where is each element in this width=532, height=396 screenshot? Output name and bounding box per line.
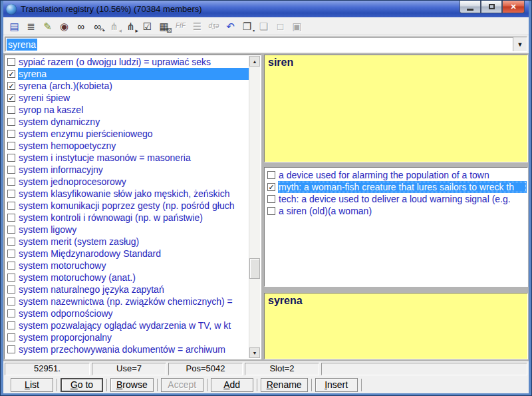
checked-checkbox[interactable]: ✓	[7, 82, 15, 90]
list-item[interactable]: a device used for alarming the populatio…	[265, 169, 527, 181]
unchecked-checkbox[interactable]	[7, 130, 15, 138]
unchecked-checkbox[interactable]	[7, 274, 15, 282]
unchecked-checkbox[interactable]	[7, 345, 15, 353]
list-item[interactable]: system kontroli i równowagi (np. w państ…	[5, 212, 249, 224]
list-item[interactable]: system klasyfikowanie słów jako męskich,…	[5, 188, 249, 200]
undo-icon[interactable]: ↶	[223, 19, 237, 33]
unchecked-checkbox[interactable]	[7, 297, 15, 305]
word-list[interactable]: sypiać razem (o dwojgu ludzi) = uprawiać…	[4, 55, 261, 359]
list-item[interactable]: system komunikacji poprzez gesty (np. po…	[5, 200, 249, 212]
list-item[interactable]: system informacyjny	[5, 164, 249, 176]
search-input[interactable]: syrena	[7, 39, 37, 51]
list-item[interactable]: system naturalnego języka zapytań	[5, 284, 249, 296]
search-combobox[interactable]: syrena ▼	[5, 37, 527, 52]
list-item[interactable]: ✓myth: a woman-fish creature that lures …	[265, 181, 527, 193]
unchecked-checkbox[interactable]	[7, 190, 15, 198]
unchecked-checkbox[interactable]	[7, 238, 15, 246]
unchecked-checkbox[interactable]	[267, 171, 275, 179]
list-item[interactable]: system enzymu pierścieniowego	[5, 128, 249, 140]
unchecked-checkbox[interactable]	[267, 195, 275, 203]
unchecked-checkbox[interactable]	[7, 202, 15, 210]
unchecked-checkbox[interactable]	[7, 262, 15, 270]
list-item-label: system Międzynarodowy Standard	[18, 248, 249, 260]
go-to-button[interactable]: Go to	[61, 378, 103, 392]
list-item[interactable]: system i instytucje masonów = masoneria	[5, 152, 249, 164]
unchecked-checkbox[interactable]	[7, 58, 15, 66]
list-item[interactable]: system jednoprocesorowy	[5, 176, 249, 188]
scroll-down-button[interactable]: ▼	[249, 347, 260, 358]
scroll-track[interactable]	[249, 67, 260, 347]
list-item[interactable]: system ligowy	[5, 224, 249, 236]
list-item[interactable]: ✓syrena	[5, 68, 249, 80]
insert-button[interactable]: Insert	[315, 378, 358, 392]
unchecked-checkbox[interactable]	[7, 214, 15, 222]
unchecked-checkbox[interactable]	[7, 166, 15, 174]
list-item[interactable]: system pozwalający oglądać wydarzenia w …	[5, 319, 249, 331]
button-accesskey: L	[25, 379, 30, 390]
unchecked-checkbox[interactable]	[7, 118, 15, 126]
unchecked-checkbox[interactable]	[7, 286, 15, 294]
cascade-windows-icon-overlay: ▪	[253, 28, 255, 34]
table-random-icon[interactable]: ▦⚄	[157, 19, 171, 33]
word-list-scrollbar[interactable]: ▲ ▼	[249, 56, 260, 358]
unchecked-checkbox[interactable]	[7, 154, 15, 162]
list-item[interactable]: ✓syrena (arch.)(kobieta)	[5, 80, 249, 92]
unchecked-checkbox[interactable]	[7, 226, 15, 234]
list-item[interactable]: ✓syreni śpiew	[5, 92, 249, 104]
button-label: nsert	[327, 379, 348, 390]
list-item[interactable]: sypiać razem (o dwojgu ludzi) = uprawiać…	[5, 56, 249, 68]
table-random-icon-overlay: ⚄	[166, 28, 172, 34]
scroll-thumb[interactable]	[249, 258, 260, 279]
list-item[interactable]: system odpornościowy	[5, 307, 249, 319]
definition-list[interactable]: a device used for alarming the populatio…	[264, 167, 528, 287]
list-item[interactable]: system nazewnictwa (np. związków chemicz…	[5, 296, 249, 307]
list-button[interactable]: List	[11, 378, 53, 392]
list-item[interactable]: system przechowywania dokumentów = archi…	[5, 343, 249, 355]
find-next-icon[interactable]: ∞↷	[90, 19, 104, 33]
close-button[interactable]: ✕	[502, 1, 525, 13]
cascade-windows-icon[interactable]: ❐▪	[240, 19, 254, 33]
unchecked-checkbox[interactable]	[7, 178, 15, 186]
unchecked-checkbox[interactable]	[7, 250, 15, 258]
edit-document-icon[interactable]: ✎	[41, 19, 55, 33]
unchecked-checkbox[interactable]	[7, 142, 15, 150]
combo-dropdown-button[interactable]: ▼	[513, 37, 527, 51]
scroll-up-button[interactable]: ▲	[249, 56, 260, 67]
list-item[interactable]: system dynamiczny	[5, 116, 249, 128]
unchecked-checkbox[interactable]	[7, 321, 15, 329]
list-item[interactable]: system hemopoetyczny	[5, 140, 249, 152]
rename-button[interactable]: Rename	[261, 378, 308, 392]
list-item[interactable]: system proporcjonalny	[5, 331, 249, 343]
list-item[interactable]: system motoruchowy (anat.)	[5, 272, 249, 284]
unchecked-checkbox[interactable]	[7, 106, 15, 114]
list-item-label: system proporcjonalny	[18, 331, 249, 343]
titlebar[interactable]: Translation registry (10.56%) (70384 mem…	[3, 1, 529, 17]
status-cell	[321, 363, 527, 375]
button-bar: ListGo toBrowseAcceptAddRenameInsert	[3, 376, 529, 393]
view-list-icon[interactable]: ▤	[7, 19, 21, 33]
maximize-button[interactable]	[481, 1, 502, 13]
document-icon[interactable]: ≣	[24, 19, 38, 33]
browse-button[interactable]: Browse	[110, 378, 154, 392]
list-item[interactable]: syrop na kaszel	[5, 104, 249, 116]
list-item-label: system informacyjny	[18, 164, 249, 176]
list-item-label: system ligowy	[18, 224, 249, 236]
checkbox-icon[interactable]: ☑	[140, 19, 154, 33]
list-item[interactable]: system merit (system zasług)	[5, 236, 249, 248]
tree-forward-icon[interactable]: ⋔▸	[124, 19, 138, 33]
list-item[interactable]: system motoruchowy	[5, 260, 249, 272]
unchecked-checkbox[interactable]	[7, 333, 15, 341]
add-button[interactable]: Add	[211, 378, 253, 392]
minimize-button[interactable]	[460, 1, 481, 13]
list-item[interactable]: a siren (old)(a woman)	[265, 205, 527, 217]
checked-checkbox[interactable]: ✓	[7, 70, 15, 78]
unchecked-checkbox[interactable]	[267, 207, 275, 215]
accept-button: Accept	[161, 378, 203, 392]
checked-checkbox[interactable]: ✓	[267, 183, 275, 191]
view-eye-icon[interactable]: ◉	[57, 19, 71, 33]
list-item[interactable]: tech: a device used to deliver a loud wa…	[265, 193, 527, 205]
list-item[interactable]: system Międzynarodowy Standard	[5, 248, 249, 260]
checked-checkbox[interactable]: ✓	[7, 94, 15, 102]
unchecked-checkbox[interactable]	[7, 309, 15, 317]
find-icon[interactable]: ∞	[74, 19, 88, 33]
